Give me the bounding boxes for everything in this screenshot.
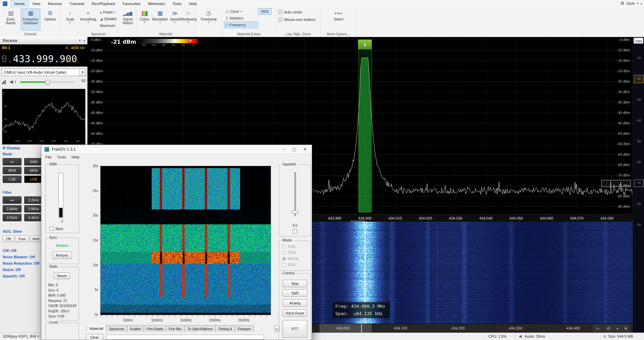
agc-fast-button[interactable]: Fast <box>15 235 29 242</box>
menu-tab[interactable]: Help <box>185 1 201 7</box>
peaks-button[interactable]: ▴ Peaks ▾ <box>98 9 123 15</box>
palette-legend[interactable] <box>138 39 198 43</box>
mode-nfm-button[interactable]: NFM <box>24 167 43 174</box>
menu-tab[interactable]: Favourites <box>119 1 145 7</box>
smoothing-button[interactable]: ≈ Smoothing ▾ <box>79 8 98 31</box>
split-button[interactable]: Split <box>282 289 307 297</box>
freedv-tab[interactable]: Frequen <box>235 325 254 332</box>
volume-handle[interactable] <box>45 80 50 85</box>
resolution-button[interactable]: ▦ Resolution ▾ <box>152 8 168 31</box>
receive-titlebar[interactable]: Receive ▾ × <box>0 37 87 45</box>
zoom-in-button[interactable]: ⊕ <box>622 325 630 332</box>
chevron-down-icon[interactable]: ▼ <box>79 69 86 76</box>
clock-button[interactable]: ◴ Clock ▾ <box>224 8 258 15</box>
panel-collapse-icon[interactable]: ▾ <box>79 39 81 43</box>
input-device-select[interactable]: CABLE Input (VB-Audio Virtual Cable) ▼ <box>1 69 86 76</box>
close-button[interactable]: ✕ <box>300 146 310 153</box>
squelch-checkbox[interactable] <box>293 229 297 233</box>
agc-med-button[interactable]: Med <box>30 235 42 242</box>
scale-highlight-box[interactable] <box>634 75 644 83</box>
freedv-window[interactable]: FreeDV 1.3.1 – ▢ ✕ File Tools Help SNR 1… <box>41 145 312 340</box>
menu-tab[interactable]: Transmit <box>66 1 88 7</box>
mouse-over-buttons-checkbox[interactable]: ✓ Mouse-over buttons <box>278 17 315 22</box>
radio-700c[interactable] <box>282 245 286 249</box>
select-button[interactable]: ••• Select <box>329 8 348 31</box>
statistics-button[interactable]: Σ Statistics <box>224 15 258 22</box>
menu-tab[interactable]: Home <box>11 1 29 7</box>
auto-range-button[interactable]: Auto <box>634 38 643 44</box>
filter-passband[interactable] <box>358 39 372 213</box>
ptt-button[interactable]: PTT <box>282 320 307 338</box>
speed-button[interactable]: ≫ Speed ▾ <box>169 8 181 31</box>
filter-3k4-button[interactable]: 3.4kHz <box>24 214 43 221</box>
panel-close-icon[interactable]: × <box>83 39 85 43</box>
mode-sam-button[interactable]: SAM <box>24 158 43 165</box>
options-button[interactable]: ⚙ Options <box>42 8 59 31</box>
text-output-field[interactable] <box>106 335 264 340</box>
radio-700d[interactable] <box>282 251 286 255</box>
mode-more-button[interactable]: ••• <box>3 158 22 165</box>
radio-1600[interactable] <box>282 263 286 267</box>
freedv-tab[interactable]: Timing Δ <box>215 325 235 332</box>
extra-bands-button[interactable]: ▤ Extra Bands <box>2 8 20 31</box>
auto-center-checkbox[interactable]: ✓ Auto center <box>278 10 302 14</box>
menu-tools[interactable]: Tools <box>54 154 69 161</box>
squelch-slider-handle[interactable] <box>291 211 299 214</box>
agc-off-button[interactable]: Off <box>3 235 14 242</box>
signal-history-button[interactable]: ▂▅▇ Signal History <box>120 8 135 31</box>
filter-3k2-button[interactable]: 3.2kHz <box>3 214 22 221</box>
freedv-tab[interactable]: Frm Mic <box>166 325 185 332</box>
equalizer-icon[interactable] <box>2 80 6 84</box>
minimize-button[interactable]: – <box>278 146 289 153</box>
freedv-tab[interactable]: Frm Radio <box>144 325 166 332</box>
maximum-button[interactable]: Maximum <box>98 22 123 29</box>
stop-button[interactable]: Stop <box>282 280 307 287</box>
freedv-tab[interactable]: Waterfall <box>86 325 106 332</box>
menu-tab[interactable]: View <box>29 1 44 7</box>
windowing-button[interactable]: ∩ Windowing ▾ <box>182 8 195 31</box>
freedv-tab[interactable]: To Spkr/Hdphns <box>184 325 216 332</box>
chevron-down-icon[interactable]: ▾ <box>637 2 639 5</box>
collapse-ribbon-icon[interactable]: ▴ <box>640 2 642 5</box>
freedv-tab[interactable]: Spectrum <box>106 325 127 332</box>
frequency-display[interactable]: 0.433.999.900 <box>0 51 87 67</box>
menu-tab[interactable]: Receive <box>44 1 66 7</box>
frequency-database-button[interactable]: ▦ Frequency Database <box>21 8 40 31</box>
shaded-button[interactable]: ◢ Shaded <box>98 15 123 22</box>
menu-help[interactable]: Help <box>69 154 82 161</box>
squelch-slider-track[interactable] <box>294 172 296 216</box>
frequency-button[interactable]: Σ Frequency <box>224 22 258 28</box>
freedv-titlebar[interactable]: FreeDV 1.3.1 – ▢ ✕ <box>41 145 312 154</box>
freedv-tab[interactable]: Scatter <box>127 325 144 332</box>
display-mode-button[interactable]: ▭ <box>593 325 602 332</box>
rds-toggle[interactable]: RDS <box>258 8 272 15</box>
mode-lsb-button[interactable]: LSB <box>3 176 22 183</box>
snr-slow-checkbox[interactable]: Slow <box>50 227 63 231</box>
colour-button[interactable]: Colour ▾ <box>138 8 151 31</box>
menu-tab[interactable]: Memories <box>144 1 168 7</box>
reset-button[interactable]: Reset <box>54 272 70 279</box>
radio-800xa[interactable] <box>282 257 286 261</box>
volume-slider[interactable] <box>20 81 75 83</box>
speaker-icon[interactable] <box>10 80 15 84</box>
clear-button[interactable]: Clear <box>86 334 103 340</box>
zoom-level-button[interactable]: x5 <box>603 325 613 332</box>
mode-bfm-button[interactable]: BFM <box>3 167 22 174</box>
menu-tab[interactable]: Rec/Playback <box>88 1 119 7</box>
filter-2k2-button[interactable]: 2.2kHz <box>24 196 43 204</box>
analog-button[interactable]: Analog <box>282 299 307 307</box>
freedv-waterfall-plot[interactable] <box>100 166 271 315</box>
menu-tab[interactable]: Tools <box>169 1 185 7</box>
rx-marker[interactable]: 1 <box>358 39 372 49</box>
resync-button[interactable]: ReSync <box>52 252 72 259</box>
scale-button[interactable]: ↕ Scale ▾ <box>63 8 77 31</box>
menu-file[interactable]: File <box>43 154 54 161</box>
filter-more-button[interactable]: ••• <box>3 196 22 204</box>
mode-usb-button[interactable]: USB <box>24 176 43 183</box>
timestamp-button[interactable]: ◷ Timestamp ▾ <box>200 8 217 31</box>
maximize-button[interactable]: ▢ <box>289 146 300 153</box>
gear-icon[interactable]: ⚙ <box>620 1 624 6</box>
nav-right-button[interactable]: ▸ <box>615 325 621 332</box>
voice-keyer-button[interactable]: Voice Keyer <box>282 309 307 317</box>
filter-2k8-button[interactable]: 2.8kHz <box>24 205 43 213</box>
